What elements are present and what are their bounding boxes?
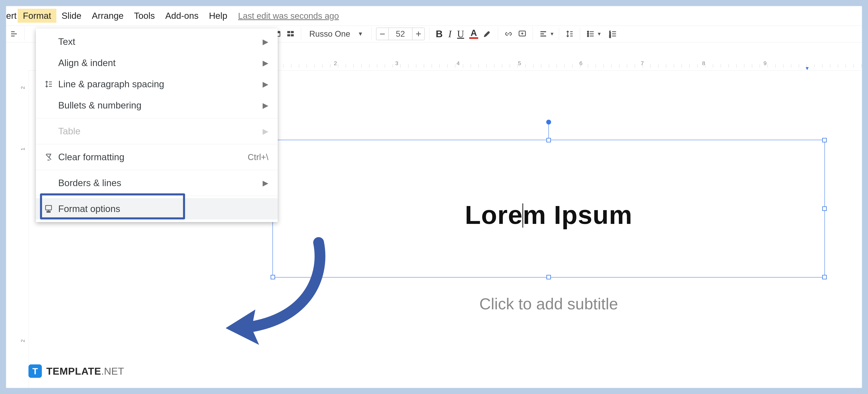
theme-icon[interactable] — [284, 28, 297, 40]
toolbar-separator — [580, 27, 580, 40]
toolbar-separator — [24, 27, 25, 40]
dropdown-item-align-indent[interactable]: Align & indent ▶ — [36, 52, 278, 73]
dropdown-label: Text — [58, 36, 75, 47]
line-spacing-icon — [44, 79, 53, 89]
clear-formatting-icon — [44, 152, 53, 162]
ruler-tick — [385, 64, 385, 67]
title-text[interactable]: Lorem Ipsum — [273, 140, 825, 234]
dropdown-item-format-options[interactable]: Format options — [36, 198, 278, 219]
menu-tools[interactable]: Tools — [129, 9, 160, 23]
ruler-tick — [814, 64, 815, 67]
dropdown-item-borders-lines[interactable]: Borders & lines ▶ — [36, 172, 278, 193]
dropdown-item-text[interactable]: Text ▶ — [36, 31, 278, 52]
ruler-number: 2 — [20, 86, 26, 89]
font-family-picker[interactable]: Russo One ▼ — [306, 29, 367, 38]
svg-point-9 — [587, 35, 589, 37]
ruler-tick — [705, 64, 705, 67]
underline-button[interactable]: U — [455, 28, 466, 39]
ruler-number: 6 — [579, 60, 583, 66]
text-color-button[interactable]: A — [468, 29, 480, 39]
svg-rect-13 — [45, 206, 52, 210]
rotate-stem — [549, 122, 549, 138]
resize-handle-br[interactable] — [822, 275, 827, 279]
app-frame: ert Format Slide Arrange Tools Add-ons H… — [6, 6, 862, 388]
menu-slide[interactable]: Slide — [56, 9, 87, 23]
ruler-tick — [393, 64, 393, 67]
dropdown-label: Line & paragraph spacing — [58, 79, 164, 90]
svg-rect-4 — [287, 34, 290, 36]
svg-text:3: 3 — [609, 35, 611, 38]
title-part-a: Lore — [465, 200, 523, 230]
subtitle-placeholder[interactable]: Click to add subtitle — [273, 295, 825, 313]
dropdown-label: Align & indent — [58, 58, 116, 68]
resize-handle-bm[interactable] — [547, 275, 551, 279]
ruler-number: 2 — [334, 60, 337, 66]
submenu-arrow-icon: ▶ — [262, 101, 268, 110]
highlight-color-button[interactable] — [482, 28, 493, 40]
ruler-tick — [346, 64, 346, 67]
menu-arrange[interactable]: Arrange — [87, 9, 129, 23]
italic-button[interactable]: I — [446, 28, 453, 39]
title-textbox[interactable]: Lorem Ipsum — [273, 140, 825, 277]
ruler-tick — [525, 64, 526, 67]
dropdown-label: Table — [58, 126, 81, 137]
toolbar-partial-left[interactable] — [8, 28, 20, 40]
ruler-tick — [353, 64, 354, 67]
insert-link-button[interactable] — [502, 28, 515, 40]
font-size-value[interactable]: 52 — [388, 28, 412, 40]
ruler-tick — [432, 64, 432, 67]
dropdown-label: Bullets & numbering — [58, 100, 141, 111]
font-size-decrease[interactable]: − — [376, 28, 388, 40]
toolbar-separator — [301, 27, 301, 40]
align-button[interactable]: ▼ — [537, 28, 554, 40]
ruler-tick — [650, 64, 651, 67]
ruler-tick — [783, 64, 783, 67]
font-size-increase[interactable]: + — [412, 28, 425, 40]
ruler-tick — [518, 64, 518, 67]
ruler-tick — [861, 64, 862, 67]
ruler-tick — [822, 64, 823, 67]
svg-point-7 — [587, 31, 589, 33]
ruler-number: 1 — [20, 148, 26, 151]
ruler-tick — [603, 64, 604, 67]
ruler-number: 3 — [395, 60, 398, 66]
dropdown-shortcut: Ctrl+\ — [248, 152, 268, 162]
menu-addons[interactable]: Add-ons — [160, 9, 204, 23]
ruler-number: 4 — [457, 60, 460, 66]
text-color-letter: A — [470, 29, 477, 37]
format-dropdown: Text ▶ Align & indent ▶ Line & paragraph… — [36, 28, 278, 222]
ruler-tick — [728, 64, 729, 67]
right-indent-marker[interactable]: ▾ — [806, 65, 809, 70]
svg-rect-2 — [287, 31, 290, 33]
ruler-tick — [643, 64, 643, 67]
last-edit-link[interactable]: Last edit was seconds ago — [238, 11, 339, 21]
ruler-tick — [775, 64, 776, 67]
bulleted-list-button[interactable]: ▼ — [585, 28, 602, 40]
svg-rect-5 — [291, 34, 294, 36]
dropdown-item-line-spacing[interactable]: Line & paragraph spacing ▶ — [36, 73, 278, 95]
ruler-number: 5 — [518, 60, 521, 66]
ruler-tick — [697, 64, 698, 67]
font-family-label: Russo One — [309, 29, 350, 38]
svg-point-8 — [587, 33, 589, 35]
dropdown-item-bullets[interactable]: Bullets & numbering ▶ — [36, 95, 278, 116]
dropdown-item-clear-formatting[interactable]: Clear formatting Ctrl+\ — [36, 147, 278, 168]
insert-comment-button[interactable] — [516, 28, 528, 40]
ruler-tick — [400, 64, 401, 67]
submenu-arrow-icon: ▶ — [262, 59, 268, 67]
ruler-tick — [564, 64, 565, 67]
bold-button[interactable]: B — [434, 28, 445, 39]
vertical-ruler[interactable]: 2 1 2 — [17, 70, 29, 388]
ruler-tick — [307, 64, 307, 67]
line-spacing-button[interactable] — [563, 28, 576, 40]
svg-rect-3 — [291, 31, 294, 33]
menu-help[interactable]: Help — [204, 9, 232, 23]
ruler-tick — [791, 64, 791, 67]
watermark-text: TEMPLATE.NET — [46, 365, 124, 377]
numbered-list-button[interactable]: 123 — [607, 28, 619, 40]
ruler-number: 7 — [641, 60, 644, 66]
ruler-tick — [619, 64, 619, 67]
menu-format[interactable]: Format — [18, 9, 56, 23]
ruler-tick — [744, 64, 744, 67]
menu-insert-partial[interactable]: ert — [6, 9, 18, 23]
